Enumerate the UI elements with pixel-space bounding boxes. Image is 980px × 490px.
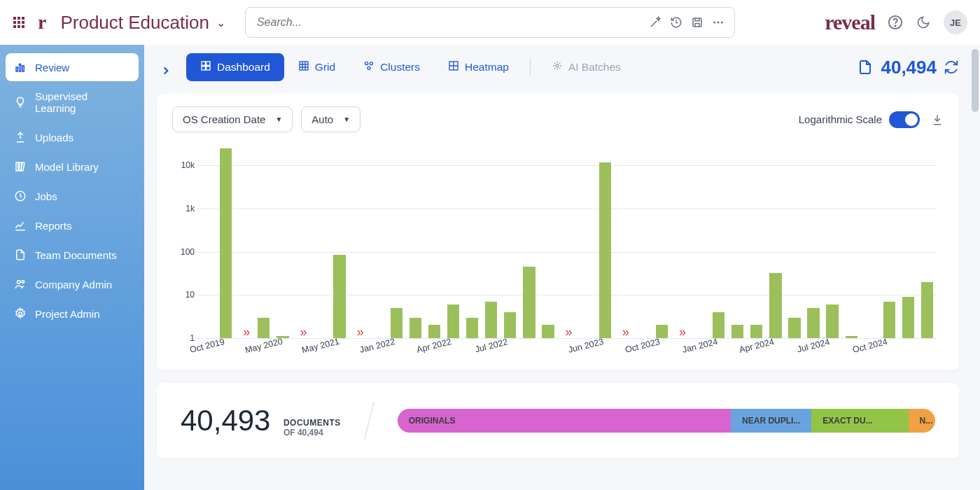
more-icon[interactable] (712, 16, 724, 29)
time-gap-marker: » (679, 325, 682, 340)
histogram-bar[interactable] (504, 312, 516, 338)
sidebar-item-company-admin[interactable]: Company Admin (6, 270, 139, 298)
sidebar-item-label: Review (35, 62, 69, 74)
bucket-dropdown[interactable]: Auto ▼ (301, 106, 360, 132)
x-axis-label: Jun 2023 (567, 337, 604, 355)
caret-down-icon: ▼ (275, 115, 282, 123)
histogram-bar[interactable] (921, 282, 933, 338)
sidebar: ReviewSupervised LearningUploadsModel Li… (0, 45, 144, 490)
gear-icon (14, 307, 27, 320)
caret-down-icon: ▼ (343, 115, 350, 123)
svg-rect-17 (202, 66, 205, 70)
histogram-bar[interactable] (391, 308, 402, 338)
tab-clusters[interactable]: Clusters (349, 53, 434, 81)
svg-rect-0 (693, 18, 701, 27)
download-icon[interactable] (931, 113, 944, 126)
bar-slot: » (235, 145, 254, 338)
histogram-bar[interactable] (333, 255, 345, 338)
breakdown-segment[interactable]: ORIGINALS (398, 409, 731, 433)
time-gap-marker: » (243, 325, 246, 340)
histogram-bar[interactable] (902, 297, 914, 338)
histogram-bar[interactable] (713, 312, 724, 338)
breakdown-segment[interactable]: N... (909, 409, 935, 433)
log-scale-toggle[interactable] (889, 111, 920, 128)
histogram-bar[interactable] (732, 325, 743, 338)
moon-icon[interactable] (916, 15, 931, 30)
histogram-bar[interactable] (523, 267, 535, 338)
sidebar-item-label: Company Admin (35, 279, 112, 290)
workspace-selector[interactable]: Product Education ⌄ (60, 12, 225, 34)
y-axis-tick: 1k (186, 204, 195, 214)
svg-rect-16 (206, 62, 210, 65)
avatar[interactable]: JE (944, 10, 967, 34)
tab-ai-batches[interactable]: AI Batches (538, 53, 635, 81)
x-axis-label: Oct 2023 (624, 337, 662, 355)
bar-slot (634, 145, 652, 338)
tab-dashboard[interactable]: Dashboard (186, 53, 284, 81)
sidebar-item-team-documents[interactable]: Team Documents (6, 241, 139, 269)
sidebar-item-uploads[interactable]: Uploads (6, 123, 139, 151)
lightbulb-icon (14, 96, 27, 108)
save-icon[interactable] (691, 16, 704, 29)
sidebar-item-project-admin[interactable]: Project Admin (6, 300, 139, 328)
apps-grid-icon[interactable] (13, 16, 25, 29)
date-field-dropdown[interactable]: OS Creation Date ▼ (172, 106, 293, 132)
svg-point-14 (19, 312, 22, 316)
svg-point-3 (721, 22, 723, 24)
histogram-bar[interactable] (826, 304, 838, 338)
x-axis-label: Jan 2022 (359, 337, 396, 355)
histogram-bar[interactable] (542, 325, 554, 338)
histogram-bar[interactable] (428, 325, 440, 338)
sidebar-item-model-library[interactable]: Model Library (6, 153, 139, 181)
breakdown-segment[interactable]: NEAR DUPLI... (731, 409, 811, 433)
histogram-bar[interactable] (220, 148, 232, 338)
bar-slot (425, 145, 444, 338)
histogram-bar[interactable] (410, 318, 421, 338)
search-bar[interactable] (245, 7, 735, 38)
bar-slot (368, 145, 387, 338)
breakdown-segment[interactable]: EXACT DU... (811, 409, 908, 433)
sidebar-item-supervised-learning[interactable]: Supervised Learning (6, 83, 139, 122)
x-axis-label: Apr 2022 (416, 337, 453, 355)
history-icon[interactable] (670, 16, 682, 29)
refresh-icon[interactable] (944, 59, 959, 75)
histogram-bar[interactable] (807, 308, 819, 338)
bar-slot (804, 145, 823, 338)
histogram-bar[interactable] (485, 302, 497, 338)
bar-slot (519, 145, 538, 338)
histogram-bar[interactable] (769, 273, 781, 338)
bar-slot (387, 145, 406, 338)
sidebar-item-reports[interactable]: Reports (6, 211, 139, 239)
search-input[interactable] (255, 15, 640, 29)
tab-grid[interactable]: Grid (284, 53, 349, 81)
histogram-bar[interactable] (788, 318, 800, 338)
sidebar-item-label: Uploads (35, 132, 74, 144)
histogram-bar[interactable] (846, 336, 858, 338)
histogram-bar[interactable] (656, 325, 668, 338)
tab-label: Grid (315, 61, 335, 74)
histogram-bar[interactable] (466, 318, 478, 338)
help-icon[interactable] (888, 15, 903, 30)
duplicates-breakdown-bar[interactable]: ORIGINALSNEAR DUPLI...EXACT DU...N... (398, 409, 935, 433)
svg-point-12 (18, 281, 21, 284)
sidebar-item-jobs[interactable]: Jobs (6, 182, 139, 210)
histogram-bar[interactable] (750, 325, 762, 338)
bar-slot (785, 145, 804, 338)
document-total: 40,493 DOCUMENTS OF 40,494 (181, 404, 341, 438)
sidebar-item-label: Team Documents (35, 249, 117, 261)
sidebar-item-review[interactable]: Review (6, 53, 139, 81)
bar-slot (482, 145, 500, 338)
histogram-bar[interactable] (258, 318, 270, 338)
histogram-chart: 1101001k10k »»»»»» Oct 2019May 2020May 2… (197, 145, 937, 355)
bar-slot (500, 145, 519, 338)
histogram-bar[interactable] (447, 304, 459, 338)
collapse-sidebar-button[interactable] (160, 64, 172, 80)
histogram-bar[interactable] (599, 162, 611, 338)
scrollbar[interactable] (972, 49, 979, 483)
tab-heatmap[interactable]: Heatmap (434, 53, 523, 81)
tab-icon (552, 60, 563, 74)
svg-rect-9 (16, 162, 18, 171)
sidebar-item-label: Supervised Learning (35, 90, 130, 114)
magic-wand-icon[interactable] (649, 16, 662, 29)
histogram-bar[interactable] (883, 302, 895, 338)
